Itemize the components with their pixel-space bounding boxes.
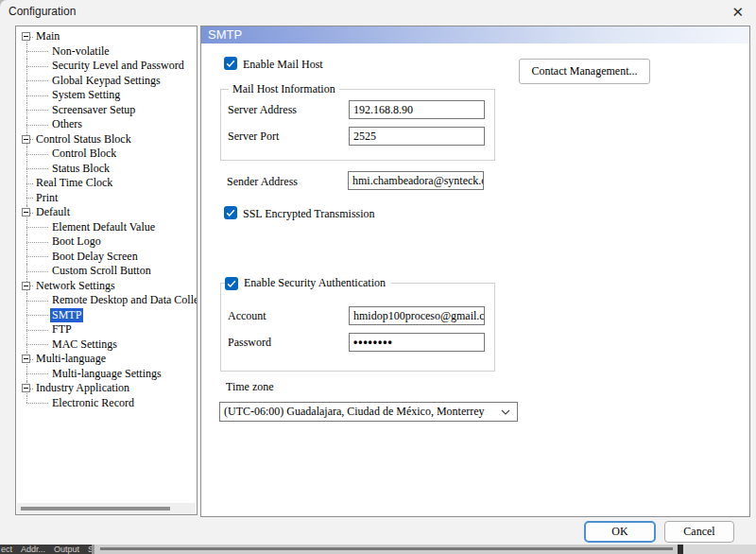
tree-guide-stub xyxy=(26,51,48,52)
timezone-dropdown[interactable]: (UTC-06:00) Guadalajara, Ciudad de Méxic… xyxy=(219,402,518,422)
tree-item-main[interactable]: Main xyxy=(16,29,197,44)
screen: Configuration ✕ MainNon-volatileSecurity… xyxy=(0,0,756,554)
tree-horizontal-scrollbar[interactable] xyxy=(17,503,196,514)
tree-scrollbar-thumb[interactable] xyxy=(21,507,170,511)
tree-item-label[interactable]: Screensaver Setup xyxy=(50,103,137,118)
strip-separator xyxy=(92,545,94,554)
tree-item-control-status-block[interactable]: Control Status Block xyxy=(16,132,197,147)
tree-item-industry-application[interactable]: Industry Application xyxy=(16,381,197,396)
tree-item-label[interactable]: MAC Settings xyxy=(50,338,119,353)
tree-item-boot-logo[interactable]: Boot Logo xyxy=(16,234,197,250)
tree-item-system-setting[interactable]: System Setting xyxy=(16,88,197,103)
server-port-input[interactable]: 2525 xyxy=(349,127,485,146)
account-input[interactable]: hmidop100proceso@gmail.com xyxy=(349,306,485,325)
tree-item-electronic-record[interactable]: Electronic Record xyxy=(16,396,197,411)
tree-item-label[interactable]: Element Default Value xyxy=(50,220,157,235)
tree-item-multi-language[interactable]: Multi-language xyxy=(16,352,197,367)
collapse-minus-icon[interactable] xyxy=(22,32,30,41)
enable-mail-host-checkbox[interactable] xyxy=(224,57,237,70)
tree-item-label[interactable]: Network Settings xyxy=(34,279,117,294)
tree-item-custom-scroll-button[interactable]: Custom Scroll Button xyxy=(16,264,197,279)
tree-guide-stub xyxy=(26,80,48,81)
mail-host-group-title: Mail Host Information xyxy=(229,82,339,96)
tree-item-default[interactable]: Default xyxy=(16,205,197,220)
tree-item-label[interactable]: Control Status Block xyxy=(34,132,133,147)
tree-item-global-keypad-settings[interactable]: Global Keypad Settings xyxy=(16,74,197,89)
collapse-minus-icon[interactable] xyxy=(22,282,30,290)
checkmark-icon xyxy=(225,58,236,69)
tree-item-label[interactable]: Security Level and Password xyxy=(50,59,186,74)
tree-guide-stub xyxy=(26,66,48,67)
tree-item-label[interactable]: SMTP xyxy=(50,308,83,323)
tree-item-label[interactable]: Print xyxy=(34,191,60,206)
tree-item-label[interactable]: Electronic Record xyxy=(50,396,136,411)
tree-guide-stub xyxy=(26,125,48,126)
tree-item-label[interactable]: System Setting xyxy=(50,88,122,103)
tree-guide-stub xyxy=(26,301,48,302)
enable-security-auth-checkbox[interactable] xyxy=(225,277,238,290)
tree-item-label[interactable]: Non-volatile xyxy=(50,44,112,60)
tree-item-label[interactable]: Custom Scroll Button xyxy=(50,264,153,279)
server-address-input[interactable]: 192.168.8.90 xyxy=(349,100,485,119)
collapse-minus-icon[interactable] xyxy=(22,135,30,144)
tree-guide-stub xyxy=(26,330,48,331)
tree-item-control-block[interactable]: Control Block xyxy=(16,147,197,162)
tree-item-label[interactable]: Main xyxy=(34,29,61,44)
tree-item-others[interactable]: Others xyxy=(16,117,197,132)
background-tab[interactable]: Addr... xyxy=(21,545,45,554)
enable-mail-host-label: Enable Mail Host xyxy=(243,58,323,71)
tree-item-security-level-and-password[interactable]: Security Level and Password xyxy=(16,59,197,74)
background-tab[interactable]: Output xyxy=(54,545,79,554)
collapse-minus-icon[interactable] xyxy=(22,384,30,392)
configuration-dialog: Configuration ✕ MainNon-volatileSecurity… xyxy=(0,0,756,545)
password-input[interactable]: •••••••• xyxy=(349,333,485,352)
tree-item-label[interactable]: Status Block xyxy=(50,162,112,177)
timezone-label: Time zone xyxy=(226,380,274,393)
background-tabs: ect Addr... Output Searc xyxy=(0,545,92,554)
sender-address-input[interactable]: hmi.chambeadora@synteck.org xyxy=(348,171,484,190)
ok-button[interactable]: OK xyxy=(584,521,656,543)
tree-guide-stub xyxy=(26,403,48,404)
tree-item-label[interactable]: Remote Desktop and Data Collectio xyxy=(50,293,198,308)
tree-item-multi-language-settings[interactable]: Multi-language Settings xyxy=(16,367,197,382)
password-label: Password xyxy=(228,336,271,349)
tree-item-label[interactable]: Boot Delay Screen xyxy=(50,250,140,265)
tree-item-network-settings[interactable]: Network Settings xyxy=(16,279,197,294)
tree-item-mac-settings[interactable]: MAC Settings xyxy=(16,338,197,353)
tree-item-label[interactable]: Multi-language xyxy=(34,352,108,367)
tree-item-boot-delay-screen[interactable]: Boot Delay Screen xyxy=(16,250,197,265)
close-icon[interactable]: ✕ xyxy=(731,4,744,21)
tree-item-real-time-clock[interactable]: Real Time Clock xyxy=(16,176,197,191)
tree-item-element-default-value[interactable]: Element Default Value xyxy=(16,220,197,235)
tree-item-label[interactable]: FTP xyxy=(50,322,74,338)
collapse-minus-icon[interactable] xyxy=(22,355,30,363)
cancel-button[interactable]: Cancel xyxy=(664,521,734,543)
ssl-label: SSL Encrypted Transmission xyxy=(243,207,375,220)
tree-item-label[interactable]: Boot Logo xyxy=(50,234,103,250)
tree-item-label[interactable]: Multi-language Settings xyxy=(50,367,163,382)
tree-item-ftp[interactable]: FTP xyxy=(16,322,197,338)
ssl-checkbox[interactable] xyxy=(224,206,237,219)
checkmark-icon xyxy=(225,207,236,218)
background-scrollbar-thumb[interactable] xyxy=(100,547,673,550)
background-tab[interactable]: ect xyxy=(1,545,12,554)
tree-item-label[interactable]: Global Keypad Settings xyxy=(50,74,163,89)
tree-item-label[interactable]: Default xyxy=(34,205,72,220)
tree-item-status-block[interactable]: Status Block xyxy=(16,162,197,177)
tree-item-label[interactable]: Control Block xyxy=(50,147,118,162)
tree-item-label[interactable]: Industry Application xyxy=(34,381,131,396)
tree-item-screensaver-setup[interactable]: Screensaver Setup xyxy=(16,103,197,118)
strip-right-area xyxy=(683,545,756,554)
sender-address-label: Sender Address xyxy=(227,175,298,188)
background-app-strip: ect Addr... Output Searc xyxy=(0,545,756,554)
tree-item-label[interactable]: Others xyxy=(50,117,84,132)
contact-management-button[interactable]: Contact Management... xyxy=(519,59,650,84)
tree-item-smtp[interactable]: SMTP xyxy=(16,308,197,323)
collapse-minus-icon[interactable] xyxy=(22,208,30,216)
tree-guide-stub xyxy=(26,227,48,228)
tree-item-non-volatile[interactable]: Non-volatile xyxy=(16,44,197,60)
tree-item-label[interactable]: Real Time Clock xyxy=(34,176,114,191)
tree-item-remote-desktop-and-data-collectio[interactable]: Remote Desktop and Data Collectio xyxy=(16,293,197,308)
tree-item-print[interactable]: Print xyxy=(16,191,197,206)
panel-title: SMTP xyxy=(201,26,749,43)
